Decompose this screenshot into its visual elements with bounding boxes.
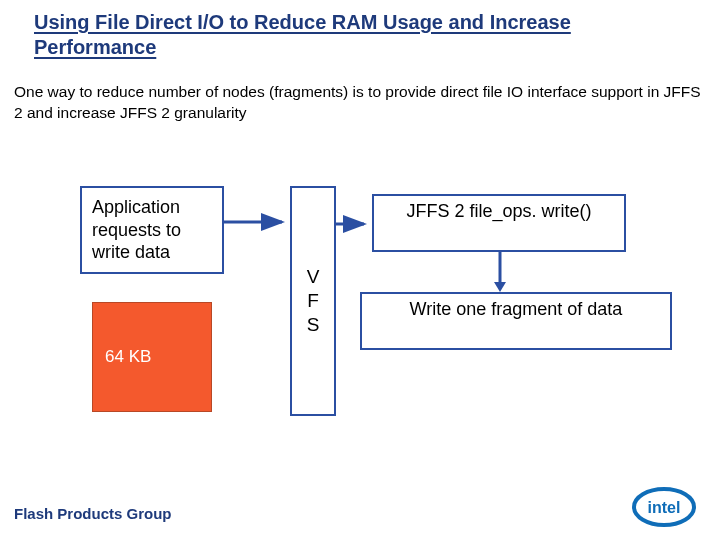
fragment-box: Write one fragment of data — [360, 292, 672, 350]
jffs-write-box: JFFS 2 file_ops. write() — [372, 194, 626, 252]
arrow-vfs-to-jffs — [336, 214, 372, 234]
footer-group: Flash Products Group — [14, 505, 172, 522]
intel-logo: intel — [632, 486, 696, 528]
application-box: Application requests to write data — [80, 186, 224, 274]
vfs-label: V F S — [307, 265, 320, 336]
intel-logo-text: intel — [648, 499, 681, 516]
slide-title: Using File Direct I/O to Reduce RAM Usag… — [34, 10, 666, 60]
arrow-jffs-to-fragment — [490, 252, 510, 292]
arrow-app-to-vfs — [224, 212, 290, 232]
data-size-block: 64 KB — [92, 302, 212, 412]
slide-description: One way to reduce number of nodes (fragm… — [14, 82, 706, 124]
vfs-box: V F S — [290, 186, 336, 416]
